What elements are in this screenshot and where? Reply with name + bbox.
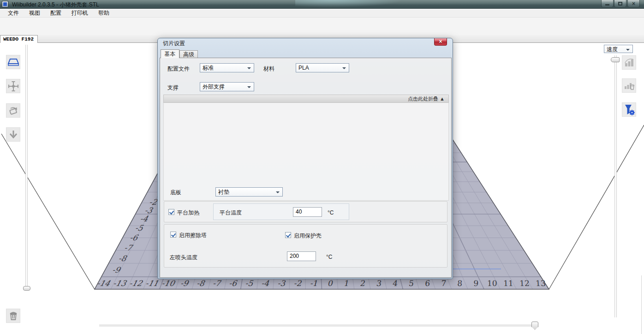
menu-item[interactable]: 视图 xyxy=(24,8,45,18)
restore-button[interactable] xyxy=(614,0,626,7)
platform-temp-panel: 平台温度 40 °C xyxy=(213,203,349,220)
dialog-title: 切片设置 xyxy=(163,40,185,48)
platform-temp-input[interactable]: 40 xyxy=(293,207,322,217)
layer-slider-track[interactable] xyxy=(25,45,28,288)
speed-slider-handle[interactable] xyxy=(611,57,620,62)
slice-tool-button[interactable] xyxy=(622,102,636,117)
support-value: 外部支撑 xyxy=(203,84,225,90)
speed-slider-track[interactable] xyxy=(614,55,617,317)
material-dropdown[interactable]: PLA xyxy=(296,63,349,72)
close-button[interactable]: × xyxy=(627,0,640,7)
speed-dropdown[interactable]: 速度 xyxy=(604,45,633,53)
dialog-close-button[interactable]: × xyxy=(434,38,447,46)
minimize-icon xyxy=(605,4,609,6)
preview-layers-button[interactable] xyxy=(622,55,636,70)
collapse-bar[interactable]: 点击此处折叠 ▲ xyxy=(163,95,449,103)
platform-temp-unit: °C xyxy=(328,209,334,216)
restore-icon xyxy=(618,2,622,6)
build-volume-left-edge xyxy=(1,134,95,289)
close-icon: × xyxy=(632,1,635,6)
layer-slider-handle[interactable] xyxy=(23,286,30,291)
right-edge-track xyxy=(641,275,642,334)
window-title: Wiibuilder 2.0.3.5 - 小猪外壳套.STL xyxy=(12,1,99,9)
menu-item[interactable]: 帮助 xyxy=(93,8,114,18)
printer-tab[interactable]: WEEDO F192 xyxy=(0,35,38,43)
platform-heat-group: 平台加热 平台温度 40 °C xyxy=(164,201,447,222)
wipe-tower-checkbox[interactable] xyxy=(170,232,176,238)
plate-number-front: -1 xyxy=(310,279,318,288)
down-arrow-icon xyxy=(8,130,18,140)
dialog-content: 配置文件 标准 材料 PLA 支撑 外部支撑 点击此处折叠 ▲ 底板 xyxy=(160,58,452,278)
layer-stairs-icon xyxy=(624,58,635,68)
view-bed-button[interactable] xyxy=(6,55,20,69)
speed-dropdown-label: 速度 xyxy=(607,46,618,53)
funnel-gear-icon xyxy=(623,104,635,116)
build-volume-right-edge xyxy=(549,125,644,289)
material-value: PLA xyxy=(298,65,309,71)
plate-number-front: -3 xyxy=(277,279,286,288)
plate-number-front: -11 xyxy=(144,279,159,288)
dialog-close-icon: × xyxy=(439,38,442,45)
plate-number-front: -5 xyxy=(245,279,254,288)
baseplate-label: 底板 xyxy=(170,189,181,197)
clear-preview-button[interactable] xyxy=(622,78,636,93)
baseplate-dropdown[interactable]: 衬垫 xyxy=(215,187,283,197)
app-window: Wiibuilder 2.0.3.5 - 小猪外壳套.STL × 文件视图配置打… xyxy=(0,0,644,334)
support-label: 支撑 xyxy=(167,84,179,92)
plate-number-front: -2 xyxy=(293,279,302,288)
rotate-icon xyxy=(8,105,19,116)
platform-heat-label: 平台加热 xyxy=(177,209,199,217)
tab-advanced[interactable]: 高级 xyxy=(179,50,198,58)
support-dropdown[interactable]: 外部支撑 xyxy=(200,82,254,91)
app-icon xyxy=(2,1,8,7)
profile-value: 标准 xyxy=(203,65,214,71)
toolbar: 切片 xyxy=(0,18,644,35)
wipe-tower-label: 启用擦除塔 xyxy=(179,232,207,239)
plate-number-front: 0 xyxy=(327,279,333,288)
layer-stairs-trash-icon xyxy=(624,81,635,91)
move-icon xyxy=(8,81,19,92)
tower-shield-group: 启用擦除塔 启用保护壳 左喷头温度 200 °C xyxy=(164,224,447,268)
viewport-3d[interactable]: -14-13-12-11-10-9-8-7-6-5-4-3-2-10123456… xyxy=(0,43,644,334)
menu-item[interactable]: 配置 xyxy=(45,8,66,18)
left-nozzle-unit: °C xyxy=(326,254,332,260)
platform-temp-label: 平台温度 xyxy=(220,209,242,217)
timeline-slider-track[interactable] xyxy=(99,325,535,327)
left-nozzle-label: 左喷头温度 xyxy=(170,254,197,262)
plate-number-front: -4 xyxy=(261,279,270,288)
menu-item[interactable]: 文件 xyxy=(3,8,24,18)
sliders-panel: 底板 衬垫 xyxy=(163,103,449,201)
rotate-model-button[interactable] xyxy=(6,103,20,118)
title-bar: Wiibuilder 2.0.3.5 - 小猪外壳套.STL × xyxy=(0,0,644,9)
menu-bar: 文件视图配置打印机帮助 xyxy=(0,9,644,18)
minimize-button[interactable] xyxy=(601,0,614,7)
titlebar-gloss xyxy=(295,0,415,9)
profile-label: 配置文件 xyxy=(167,65,190,73)
move-model-button[interactable] xyxy=(6,79,20,93)
baseplate-value: 衬垫 xyxy=(218,189,229,195)
menu-item[interactable]: 打印机 xyxy=(66,8,93,18)
plate-number-front: 1 xyxy=(343,279,349,288)
shield-label: 启用保护壳 xyxy=(294,232,322,240)
left-nozzle-input[interactable]: 200 xyxy=(287,251,316,261)
material-label: 材料 xyxy=(263,65,274,73)
shield-checkbox[interactable] xyxy=(285,232,291,238)
bed-view-icon xyxy=(8,58,19,67)
platform-heat-checkbox[interactable] xyxy=(168,209,174,215)
trash-icon xyxy=(8,311,18,321)
slice-settings-dialog: 切片设置 × 基本 高级 配置文件 标准 材料 PLA 支撑 外部支撑 点击此 xyxy=(157,38,453,279)
tab-basic[interactable]: 基本 xyxy=(161,49,179,58)
delete-model-button[interactable] xyxy=(6,309,20,323)
drop-to-plate-button[interactable] xyxy=(6,127,20,142)
profile-dropdown[interactable]: 标准 xyxy=(200,63,254,72)
